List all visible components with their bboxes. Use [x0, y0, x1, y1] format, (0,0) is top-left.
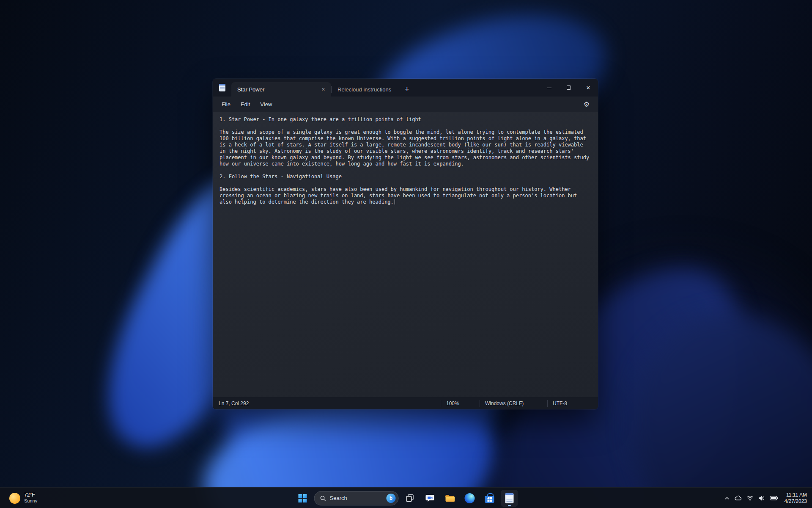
- search-icon: [320, 495, 326, 501]
- start-button[interactable]: [294, 490, 311, 507]
- weather-temperature: 72°F: [24, 492, 37, 498]
- cursor-position: Ln 7, Col 292: [213, 400, 441, 406]
- taskbar-clock[interactable]: 11:11 AM 4/27/2023: [783, 492, 807, 505]
- document-line: 1. Star Power - In one galaxy there are …: [219, 116, 591, 123]
- edge-button[interactable]: [461, 490, 478, 507]
- hidden-icons-chevron[interactable]: [724, 497, 730, 500]
- notepad-icon: [219, 84, 225, 91]
- minimize-button[interactable]: [540, 79, 559, 97]
- document-line: [219, 123, 591, 129]
- file-explorer-icon: [445, 493, 455, 503]
- document-line: The size and scope of a single galaxy is…: [219, 129, 591, 167]
- sunny-weather-icon: [9, 493, 20, 504]
- window-controls: ✕: [540, 79, 598, 97]
- text-caret: [395, 199, 395, 204]
- minimize-icon: [547, 88, 551, 88]
- weather-condition: Sunny: [24, 498, 37, 504]
- close-button[interactable]: ✕: [579, 79, 598, 97]
- search-placeholder: Search: [330, 495, 383, 501]
- tab-label: Star Power: [237, 86, 264, 93]
- tab-bar: Star Power ✕ Relecloud instructions + ✕: [213, 79, 598, 97]
- document-line: Besides scientific academics, stars have…: [219, 186, 591, 205]
- document-line: 2. Follow the Stars - Navigational Usage: [219, 174, 591, 180]
- onedrive-cloud-icon[interactable]: [734, 495, 742, 501]
- tray-date: 4/27/2023: [785, 498, 807, 504]
- wifi-icon[interactable]: [746, 495, 754, 501]
- tray-time: 11:11 AM: [786, 492, 807, 498]
- document-line-text: Besides scientific academics, stars have…: [219, 186, 580, 205]
- battery-icon[interactable]: [770, 496, 778, 500]
- notepad-taskbar-button[interactable]: [501, 490, 518, 507]
- notepad-window: Star Power ✕ Relecloud instructions + ✕ …: [213, 79, 598, 409]
- microsoft-store-button[interactable]: [481, 490, 498, 507]
- system-tray: 11:11 AM 4/27/2023: [724, 488, 807, 508]
- search-box[interactable]: Search b: [314, 491, 399, 505]
- chat-video-icon: [425, 493, 435, 503]
- status-bar: Ln 7, Col 292 100% Windows (CRLF) UTF-8: [213, 397, 598, 409]
- taskbar-center-icons: Search b: [294, 488, 518, 508]
- volume-icon[interactable]: [758, 495, 765, 501]
- new-tab-button[interactable]: +: [400, 82, 414, 97]
- tab-relecloud-instructions[interactable]: Relecloud instructions: [332, 82, 397, 97]
- maximize-button[interactable]: [559, 79, 579, 97]
- document-line: [219, 167, 591, 174]
- line-ending: Windows (CRLF): [480, 400, 547, 407]
- maximize-icon: [567, 86, 571, 90]
- chat-button[interactable]: [422, 490, 439, 507]
- weather-widget[interactable]: 72°F Sunny: [6, 488, 41, 508]
- bing-icon[interactable]: b: [387, 494, 396, 503]
- tab-label: Relecloud instructions: [337, 86, 391, 93]
- encoding: UTF-8: [547, 400, 598, 407]
- tab-close-icon[interactable]: ✕: [321, 87, 325, 92]
- tab-star-power[interactable]: Star Power ✕: [231, 82, 331, 97]
- task-view-button[interactable]: [402, 490, 419, 507]
- settings-gear-icon[interactable]: ⚙: [584, 100, 590, 108]
- zoom-level: 100%: [441, 400, 480, 407]
- menu-edit[interactable]: Edit: [236, 99, 255, 110]
- menu-file[interactable]: File: [217, 99, 235, 110]
- microsoft-store-icon: [485, 496, 494, 503]
- menu-bar: File Edit View ⚙: [213, 97, 598, 112]
- file-explorer-button[interactable]: [442, 490, 458, 507]
- menu-view[interactable]: View: [255, 99, 277, 110]
- notepad-app-icon: [213, 79, 231, 97]
- windows-start-icon: [298, 494, 307, 503]
- notepad-icon: [505, 493, 514, 503]
- document-line: [219, 180, 591, 186]
- task-view-icon: [406, 494, 415, 503]
- taskbar: 72°F Sunny Search b: [0, 487, 812, 508]
- edge-browser-icon: [465, 493, 475, 503]
- running-app-indicator: [508, 505, 511, 506]
- editor-text-area[interactable]: 1. Star Power - In one galaxy there are …: [213, 112, 598, 397]
- store-windows-logo: [487, 497, 492, 502]
